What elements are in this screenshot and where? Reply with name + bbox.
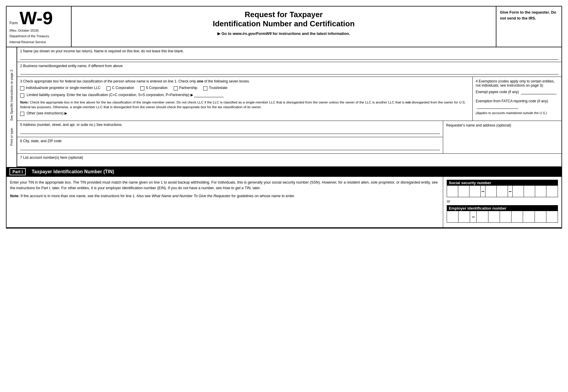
part1-right: Social security number – – or [443,177,561,227]
fatca-note: (Applies to accounts maintained outside … [476,111,559,115]
w9-form: Form W-9 (Rev. October 2018) Department … [6,6,562,229]
fatca-input[interactable] [477,104,518,109]
ssn-cell-1[interactable] [447,186,458,197]
ein-cell-6[interactable] [511,211,523,222]
other-row: Other (see instructions) ▶ [20,111,469,116]
ssn-cell-4[interactable] [485,186,497,197]
address-left: 5 Address (number, street, and apt. or s… [17,121,443,153]
ssn-cell-3[interactable] [469,186,481,197]
line7-field: 7 List account number(s) here (optional) [17,154,561,167]
ein-cell-5[interactable] [500,211,511,222]
part1-note: Note: If the account is in more than one… [10,193,439,199]
ein-section: Employer identification number – [447,205,558,223]
checkbox-c-corp-label: C Corporation [112,86,134,90]
give-form-text: Give Form to the requester. Do not send … [500,10,556,20]
llc-row: Limited liability company. Enter the tax… [20,93,469,98]
llc-text: Limited liability company. Enter the tax… [27,93,224,97]
other-label: Other (see instructions) ▶ [27,111,67,115]
line2-field: 2 Business name/disregarded entity name,… [17,62,561,77]
line3-text: 3 Check appropriate box for federal tax … [20,79,469,83]
rotated-text: Print or type. See Specific Instructions… [10,69,13,145]
ein-dash-1: – [470,211,477,222]
header-center: Request for Taxpayer Identification Numb… [72,7,496,47]
form-number: W-9 [20,9,53,27]
checkbox-s-corp-box[interactable] [140,86,144,90]
part1-left: Enter your TIN in the appropriate box. T… [7,177,443,227]
ein-cell-9[interactable] [546,211,558,222]
ein-cell-8[interactable] [535,211,546,222]
ssn-cell-6[interactable] [513,186,524,197]
fatca-label: Exemption from FATCA reporting code (if … [476,99,559,103]
line5-field: 5 Address (number, street, and apt. or s… [17,121,443,137]
ein-cell-3[interactable] [477,211,488,222]
ein-cell-4[interactable] [488,211,500,222]
line4-label: 4 Exemptions (codes apply only to certai… [476,79,559,88]
checkbox-row-1: Individual/sole proprietor or single-mem… [20,86,469,90]
checkbox-c-corp-box[interactable] [106,86,111,90]
requester-area: Requester's name and address (optional) [443,121,561,153]
checkbox-individual-label: Individual/sole proprietor or single-mem… [26,86,101,90]
form-label: Form [9,21,18,25]
ssn-cell-2[interactable] [458,186,469,197]
checkbox-partnership-box[interactable] [174,86,178,90]
goto-text: ▶ Go to www.irs.gov/FormW9 for instructi… [78,31,490,36]
line1-input[interactable] [20,54,559,60]
address-section: 5 Address (number, street, and apt. or s… [17,121,561,154]
line5-label: 5 Address (number, street, and apt. or s… [20,123,122,127]
ein-label: Employer identification number [447,205,558,211]
part1-title: Taxpayer Identification Number (TIN) [32,169,114,174]
line6-field: 6 City, state, and ZIP code [17,137,443,153]
checkbox-other-box[interactable] [20,112,24,116]
section-3: 3 Check appropriate box for federal tax … [17,77,473,121]
rotated-label-area: Print or type. See Specific Instructions… [7,47,17,167]
line5-input[interactable] [20,128,440,134]
ssn-label: Social security number [447,180,558,186]
ssn-section: Social security number – – [447,180,558,197]
section-4: 4 Exemptions (codes apply only to certai… [473,77,561,121]
irs: Internal Revenue Service [9,40,68,44]
dept: Department of the Treasury [9,34,68,38]
rev-date: (Rev. October 2018) [9,28,68,33]
line2-label: 2 Business name/disregarded entity name,… [20,64,559,68]
checkbox-individual-box[interactable] [20,86,24,90]
ssn-dash-2: – [508,186,513,197]
checkbox-partnership: Partnership [174,86,197,90]
line1-label: 1 Name (as shown on your income tax retu… [20,49,559,53]
form-title: Request for Taxpayer Identification Numb… [78,10,490,28]
form-number-block: Form W-9 [9,9,68,27]
form-header: Form W-9 (Rev. October 2018) Department … [7,7,561,47]
checkbox-individual: Individual/sole proprietor or single-mem… [20,86,101,90]
line6-label: 6 City, state, and ZIP code [20,139,62,143]
ein-cell-1[interactable] [447,211,459,222]
exempt-payee-label: Exempt payee code (if any) [476,90,559,94]
part1-header: Part I Taxpayer Identification Number (T… [7,167,561,177]
ssn-cell-8[interactable] [535,186,546,197]
requester-label: Requester's name and address (optional) [446,123,511,127]
section-3-4: 3 Check appropriate box for federal tax … [17,77,561,121]
form-fields: 1 Name (as shown on your income tax retu… [17,47,561,167]
line6-input[interactable] [20,144,440,150]
ssn-boxes: – – [447,186,558,197]
checkbox-trust-label: Trust/estate [209,86,227,90]
ssn-dash-1: – [481,186,485,197]
checkbox-llc-box[interactable] [20,93,24,98]
part1-body-text: Enter your TIN in the appropriate box. T… [10,180,439,191]
checkbox-c-corp: C Corporation [106,86,134,90]
part1-label: Part I [9,168,26,175]
ssn-cell-9[interactable] [546,186,558,197]
line2-input[interactable] [20,69,559,74]
checkbox-s-corp-label: S Corporation [146,86,168,90]
note-text: Note: Check the appropriate box in the l… [20,100,469,109]
ein-boxes: – [447,211,558,222]
header-right: Give Form to the requester. Do not send … [496,7,561,47]
line1-field: 1 Name (as shown on your income tax retu… [17,47,561,62]
checkbox-trust: Trust/estate [203,86,227,90]
ein-cell-7[interactable] [523,211,535,222]
checkbox-partnership-label: Partnership [179,86,197,90]
ssn-cell-7[interactable] [524,186,535,197]
checkbox-s-corp: S Corporation [140,86,168,90]
form-body: Print or type. See Specific Instructions… [7,47,561,167]
ssn-cell-5[interactable] [497,186,508,197]
ein-cell-2[interactable] [459,211,470,222]
checkbox-trust-box[interactable] [203,86,207,90]
